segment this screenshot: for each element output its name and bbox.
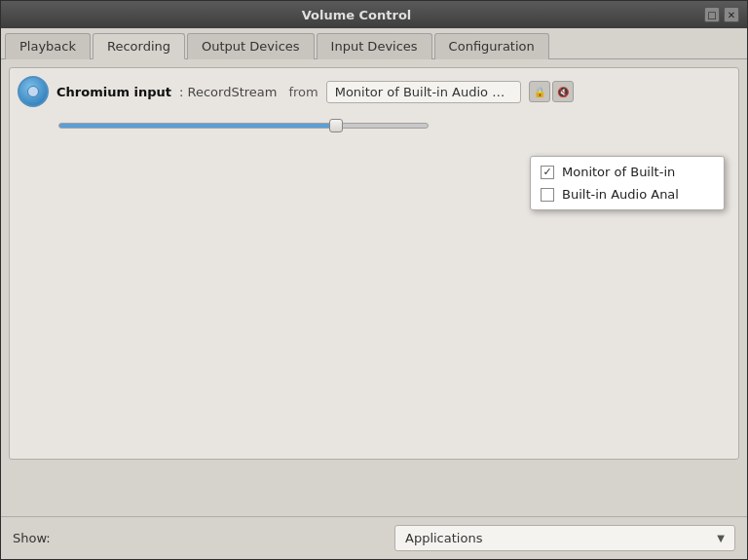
main-window: Volume Control □ ✕ Playback Recording Ou…: [0, 0, 748, 560]
popup-item-builtin-label: Built-in Audio Anal: [562, 187, 679, 202]
lock-icon: 🔒: [534, 87, 545, 97]
titlebar: Volume Control □ ✕: [1, 1, 747, 28]
tab-bar: Playback Recording Output Devices Input …: [1, 28, 747, 59]
maximize-icon: □: [707, 10, 716, 20]
tab-playback[interactable]: Playback: [5, 33, 91, 59]
popup-item-monitor[interactable]: Monitor of Built-in: [531, 161, 724, 183]
popup-checkbox-monitor[interactable]: [541, 166, 554, 179]
tab-output-devices[interactable]: Output Devices: [187, 33, 315, 59]
slider-thumb[interactable]: [329, 119, 343, 132]
close-icon: ✕: [728, 10, 735, 20]
window-title: Volume Control: [9, 8, 704, 22]
tab-recording[interactable]: Recording: [93, 33, 185, 59]
show-label: Show:: [13, 531, 51, 545]
volume-slider[interactable]: [58, 117, 429, 134]
source-popup: Monitor of Built-in Built-in Audio Anal: [530, 156, 725, 210]
show-dropdown[interactable]: Applications ▼: [394, 525, 735, 551]
mute-icon: 🔇: [557, 87, 569, 97]
from-label: from: [288, 85, 318, 99]
lock-button[interactable]: 🔒: [529, 81, 550, 102]
main-content: Chromium input : RecordStream from Monit…: [1, 59, 747, 516]
bottom-bar: Show: Applications ▼: [1, 516, 747, 559]
source-dropdown[interactable]: Monitor of Built-in Audio Analog S: [326, 81, 521, 103]
stream-type: : RecordStream: [179, 85, 277, 99]
maximize-button[interactable]: □: [704, 7, 720, 22]
popup-checkbox-builtin[interactable]: [541, 188, 554, 202]
popup-item-monitor-label: Monitor of Built-in: [562, 165, 675, 179]
stream-controls: 🔒 🔇: [529, 81, 574, 102]
recording-panel: Chromium input : RecordStream from Monit…: [9, 67, 739, 460]
close-button[interactable]: ✕: [724, 7, 739, 22]
slider-track: [58, 123, 429, 129]
stream-icon: [18, 76, 49, 107]
mute-button[interactable]: 🔇: [552, 81, 574, 102]
stream-name: Chromium input: [56, 85, 171, 99]
popup-item-builtin[interactable]: Built-in Audio Anal: [531, 183, 724, 205]
window-controls: □ ✕: [704, 7, 739, 22]
volume-row: [18, 117, 730, 134]
dropdown-arrow-icon: ▼: [717, 533, 725, 543]
tab-input-devices[interactable]: Input Devices: [317, 33, 432, 59]
stream-icon-inner: [27, 86, 39, 97]
source-value: Monitor of Built-in Audio Analog S: [335, 85, 521, 99]
show-value: Applications: [405, 531, 482, 545]
stream-row: Chromium input : RecordStream from Monit…: [18, 76, 730, 107]
tab-configuration[interactable]: Configuration: [434, 33, 549, 59]
